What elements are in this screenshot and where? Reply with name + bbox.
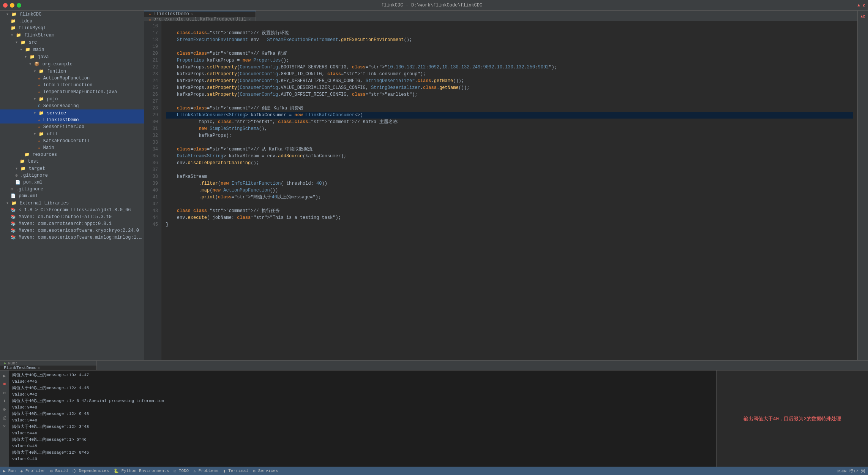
line-number-30: 30	[147, 119, 158, 125]
bottom-content: ▶ ■ ↺ ⬇ ⚙ 🖨 ✕ 阈值大于40以上的message=:10> 4=47…	[0, 370, 868, 467]
tree-item-gitignore-root[interactable]: ⚙ .gitignore	[0, 186, 144, 193]
rerun-button[interactable]: ↺	[1, 389, 8, 396]
settings-button[interactable]: ⚙	[1, 405, 8, 413]
code-line-30: topic, class="str">"test01", class=class…	[166, 119, 853, 125]
tree-item-maven-more[interactable]: 📚 Maven: com.esotericsoftware.minlog:min…	[0, 234, 144, 241]
run-tab-run-tab[interactable]: ▶Run:	[0, 361, 97, 366]
title-bar: flinkCDC – D:\work\flinkCode\flinkCDC ▲ …	[0, 0, 868, 11]
line-number-37: 37	[147, 166, 158, 173]
status-bar-item-services[interactable]: ⚙Services	[253, 469, 278, 473]
status-bar-item-profiler[interactable]: ◈Profiler	[20, 469, 45, 473]
tree-item-util[interactable]: ▾ 📁 util	[0, 130, 144, 138]
code-content[interactable]: class=class="str">"comment">// 设置执行环境 St…	[161, 21, 857, 360]
tree-item-maven-hutool[interactable]: 📚 Maven: cn.hutool:hutool-all:5.3.10	[0, 214, 144, 220]
tree-item-kafkaproducer[interactable]: ☕ KafkaProducerUtil	[0, 138, 144, 144]
line-number-25: 25	[147, 84, 158, 91]
code-line-27	[166, 98, 853, 105]
tree-item-src[interactable]: ▾ 📁 src	[0, 39, 144, 46]
console-line: 阈值大于40以上的message=:12> 0=45	[12, 450, 713, 456]
console-line: 阈值大于40以上的message=:12> 3=48	[12, 424, 713, 430]
run-tab-flinktestdemo-run[interactable]: FlinkTestDemo✕	[0, 366, 97, 370]
line-number-44: 44	[147, 214, 158, 221]
status-bar-item-terminal[interactable]: ▮Terminal	[223, 469, 248, 473]
minimize-button[interactable]	[10, 3, 14, 8]
tree-item-ext-libs[interactable]: ▾ 📁 External Libraries	[0, 200, 144, 207]
code-line-17: class=class="str">"comment">// 设置执行环境	[166, 30, 853, 36]
editor-tab-bar: ☕FlinkTestDemo✕☕org.example.util.KafkaPr…	[144, 11, 857, 21]
status-bar-item-build[interactable]: ⚙Build	[50, 469, 68, 473]
tree-item-main[interactable]: ▾ 📁 main	[0, 46, 144, 53]
status-bar-item-todo[interactable]: ☑TODO	[174, 469, 189, 473]
tree-item-idea[interactable]: 📁 .idea	[0, 18, 144, 25]
tree-item-main-class[interactable]: ☕ Main	[0, 144, 144, 151]
tree-item-gitignore-sub[interactable]: ⚙ .gitignore	[0, 172, 144, 179]
tree-item-java[interactable]: ▾ 📁 java	[0, 53, 144, 60]
tree-item-funtion[interactable]: ▾ 📁 funtion	[0, 68, 144, 75]
code-editor[interactable]: 1617181920212223242526272829303132333435…	[144, 21, 857, 360]
annotation-panel: 输出阈值大于40，目后缀为2的数据特殊处理	[716, 370, 868, 467]
console-output[interactable]: 阈值大于40以上的message=:10> 4=47value:4=45阈值大于…	[9, 370, 716, 467]
code-line-35: DataStream<String> kafkaStream = env.add…	[166, 153, 853, 160]
tree-item-service[interactable]: ▾ 📁 service	[0, 109, 144, 117]
print-button[interactable]: 🖨	[1, 414, 8, 421]
code-line-41: .print(class="str">"阈值大于40以上的message=");	[166, 194, 853, 201]
code-line-34: class=class="str">"comment">// 从 Kafka 中…	[166, 146, 853, 153]
status-bar-item-dependencies[interactable]: ⬡Dependencies	[73, 469, 109, 473]
maximize-button[interactable]	[17, 3, 21, 8]
line-number-23: 23	[147, 71, 158, 78]
tree-item-pojo[interactable]: ▾ 📁 pojo	[0, 95, 144, 103]
tree-item-target[interactable]: ▾ 📁 target	[0, 165, 144, 172]
code-line-16	[166, 23, 853, 30]
line-number-31: 31	[147, 125, 158, 132]
line-number-19: 19	[147, 43, 158, 50]
code-line-26: kafkaProps.setProperty(ConsumerConfig.AU…	[166, 91, 853, 98]
tree-item-maven-hppc[interactable]: 📚 Maven: com.carrotsearch:hppc:0.8.1	[0, 220, 144, 227]
line-numbers: 1617181920212223242526272829303132333435…	[144, 21, 161, 360]
code-line-37	[166, 166, 853, 173]
tree-item-jdk[interactable]: 📚 < 1.8 > C:\Program Files\Java\jdk1.8.0…	[0, 207, 144, 214]
tree-item-sensorfilter[interactable]: ☕ SensorFilterJob	[0, 124, 144, 130]
line-number-24: 24	[147, 78, 158, 84]
console-line: value:9=48	[12, 404, 713, 411]
line-number-20: 20	[147, 50, 158, 57]
close-button[interactable]	[3, 3, 8, 8]
tree-item-sensorreading[interactable]: C SensorReading	[0, 103, 144, 109]
tree-item-org-example[interactable]: ▾ 📦 org.example	[0, 60, 144, 68]
line-number-26: 26	[147, 91, 158, 98]
tree-item-resources[interactable]: 📁 resources	[0, 151, 144, 158]
status-bar-item-python-env[interactable]: 🐍Python Environments	[114, 469, 169, 473]
status-bar-item-run[interactable]: ▶Run	[3, 469, 16, 473]
tree-item-temperaturemap[interactable]: ☕ TemperatureMapFunction.java	[0, 89, 144, 95]
tree-item-flinktestdemo[interactable]: ☕ FlinkTestDemo	[0, 117, 144, 124]
tree-item-maven-kryo[interactable]: 📚 Maven: com.esotericsoftware.kryo:kryo:…	[0, 227, 144, 234]
tree-item-actionmap[interactable]: ☕ ActionMapFunction	[0, 75, 144, 82]
close-panel-button[interactable]: ✕	[1, 422, 8, 430]
tree-item-pom-sub[interactable]: 📄 pom.xml	[0, 179, 144, 186]
code-line-44: env.execute( jobName: class="str">"This …	[166, 214, 853, 221]
tree-item-pom-root[interactable]: 📄 pom.xml	[0, 193, 144, 200]
tree-item-infofilter[interactable]: ☕ InfoFilterFunction	[0, 82, 144, 89]
error-indicator[interactable]: ▲2	[859, 12, 867, 21]
console-tool-buttons: ▶ ■ ↺ ⬇ ⚙ 🖨 ✕	[0, 370, 9, 467]
editor-tab-flinktestdemo-tab[interactable]: ☕FlinkTestDemo✕	[144, 11, 256, 17]
code-line-31: new SimpleStringSchema(),	[166, 125, 853, 132]
tree-item-test[interactable]: 📁 test	[0, 158, 144, 165]
console-line: value:9=49	[12, 456, 713, 462]
status-bar-item-problems[interactable]: ⚠Problems	[193, 469, 218, 473]
code-line-20: class=class="str">"comment">// Kafka 配置	[166, 50, 853, 57]
scroll-end-button[interactable]: ⬇	[1, 397, 8, 405]
code-line-24: kafkaProps.setProperty(ConsumerConfig.KE…	[166, 78, 853, 84]
tree-item-flinkcdc[interactable]: ▾ 📁 flinkCDC	[0, 11, 144, 18]
console-line: 阈值大于40以上的message=:1> 6=42:Special proces…	[12, 398, 713, 404]
tree-item-flinkstream[interactable]: ▾ 📁 flinkStream	[0, 32, 144, 39]
line-number-39: 39	[147, 180, 158, 187]
line-number-29: 29	[147, 112, 158, 119]
line-number-42: 42	[147, 201, 158, 207]
run-button[interactable]: ▶	[1, 372, 8, 380]
main-layout: ▾ 📁 flinkCDC 📁 .idea 📁 flinkMysql▾ 📁 fli…	[0, 11, 868, 360]
error-badge: ▲ 2	[857, 3, 865, 8]
console-line: value:3=48	[12, 417, 713, 424]
tree-item-flinkmysql[interactable]: 📁 flinkMysql	[0, 25, 144, 32]
console-line: 阈值大于40以上的message=:10> 4=47	[12, 372, 713, 378]
stop-button[interactable]: ■	[1, 380, 8, 388]
